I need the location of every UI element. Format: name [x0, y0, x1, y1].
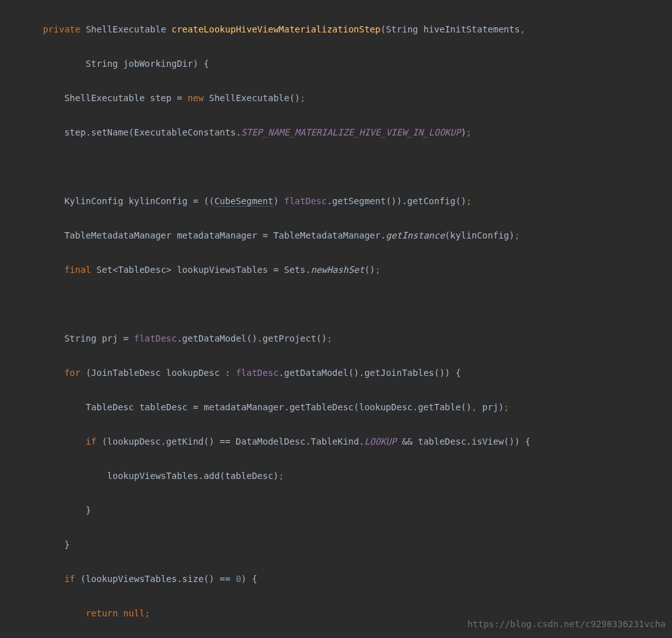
code-line: } — [0, 536, 672, 553]
code-line: if (lookupViewsTables.size() == 0) { — [0, 571, 672, 588]
code-line: private ShellExecutable createLookupHive… — [0, 21, 672, 38]
static-method: newHashSet — [311, 265, 364, 275]
keyword-new: new — [188, 93, 203, 103]
field-ref: flatDesc — [134, 333, 177, 343]
code-line: String prj = flatDesc.getDataModel().get… — [0, 330, 672, 347]
field-ref: flatDesc — [236, 368, 278, 378]
keyword-private: private — [43, 24, 80, 34]
code-line: lookupViewsTables.add(tableDesc); — [0, 468, 672, 485]
field-ref: flatDesc — [284, 196, 327, 206]
code-line: if (lookupDesc.getKind() == DataModelDes… — [0, 433, 672, 450]
code-line: for (JoinTableDesc lookupDesc : flatDesc… — [0, 364, 672, 382]
code-editor[interactable]: private ShellExecutable createLookupHive… — [0, 4, 672, 638]
static-method: getInstance — [386, 230, 445, 240]
code-line: TableMetadataManager metadataManager = T… — [0, 227, 672, 244]
keyword-final: final — [64, 265, 91, 275]
enum-constant: LOOKUP — [364, 436, 397, 447]
code-line: step.setName(ExecutableConstants.STEP_NA… — [0, 124, 672, 141]
code-line: KylinConfig kylinConfig = ((CubeSegment)… — [0, 193, 672, 210]
code-line: String jobWorkingDir) { — [0, 55, 672, 73]
code-line-empty — [0, 296, 672, 313]
static-constant: STEP_NAME_MATERIALIZE_HIVE_VIEW_IN_LOOKU… — [241, 127, 461, 137]
method-name: createLookupHiveViewMaterializationStep — [172, 24, 381, 34]
code-line-empty — [0, 158, 672, 176]
code-line: } — [0, 502, 672, 519]
keyword-for: for — [64, 368, 80, 378]
watermark-text: https://blog.csdn.net/c9298336231vcha — [467, 616, 666, 633]
code-line: TableDesc tableDesc = metadataManager.ge… — [0, 399, 672, 416]
keyword-if: if — [64, 574, 75, 584]
keyword-return-null: return null — [86, 608, 145, 618]
code-line: final Set<TableDesc> lookupViewsTables =… — [0, 261, 672, 279]
code-line: ShellExecutable step = new ShellExecutab… — [0, 90, 672, 107]
class-reference: CubeSegment — [214, 196, 273, 207]
keyword-if: if — [86, 436, 97, 447]
